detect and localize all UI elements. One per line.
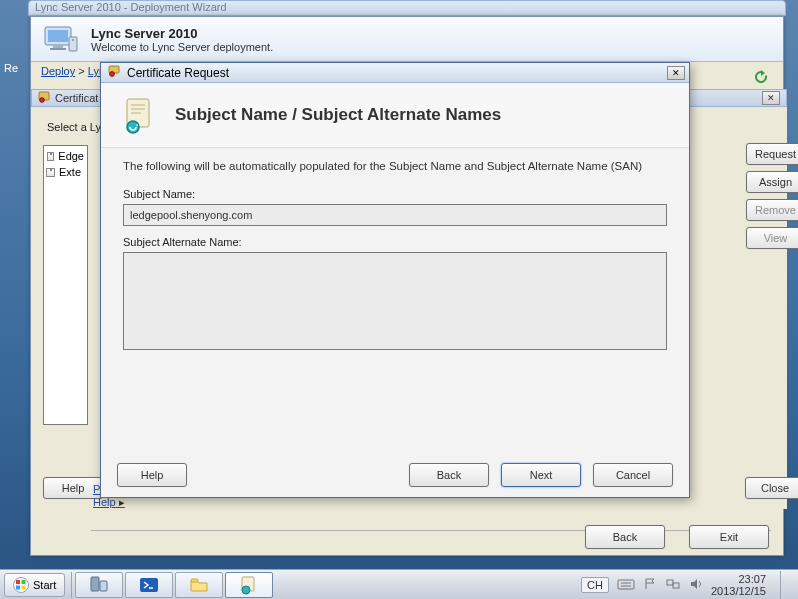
svg-rect-2 bbox=[53, 45, 63, 48]
svg-rect-1 bbox=[48, 30, 68, 42]
flag-icon[interactable] bbox=[643, 577, 657, 593]
assign-button[interactable]: Assign bbox=[746, 171, 798, 193]
svg-point-7 bbox=[40, 98, 45, 103]
deployment-header: Lync Server 2010 Welcome to Lync Server … bbox=[31, 17, 783, 62]
tree-row: ˅ Edge bbox=[44, 148, 87, 164]
windows-logo-icon bbox=[13, 577, 29, 593]
dialog-help-button[interactable]: Help bbox=[117, 463, 187, 487]
deployment-footer-buttons: Back Exit bbox=[585, 525, 769, 549]
svg-rect-18 bbox=[16, 585, 20, 589]
svg-rect-30 bbox=[673, 583, 679, 588]
dialog-footer: Help Back Next Cancel bbox=[117, 463, 673, 487]
svg-rect-23 bbox=[191, 579, 198, 582]
clock[interactable]: 23:07 2013/12/15 bbox=[711, 573, 766, 597]
san-listbox[interactable] bbox=[123, 252, 667, 350]
request-button[interactable]: Request bbox=[746, 143, 798, 165]
deployment-subtitle: Welcome to Lync Server deployment. bbox=[91, 41, 273, 53]
clock-date: 2013/12/15 bbox=[711, 585, 766, 597]
close-icon[interactable]: ✕ bbox=[667, 66, 685, 80]
view-button[interactable]: View bbox=[746, 227, 798, 249]
close-icon[interactable]: ✕ bbox=[762, 91, 780, 105]
tree-item-edge[interactable]: Edge bbox=[58, 150, 84, 162]
svg-rect-19 bbox=[22, 585, 26, 589]
start-button[interactable]: Start bbox=[4, 573, 65, 597]
svg-rect-29 bbox=[667, 580, 673, 585]
svg-point-9 bbox=[110, 72, 115, 77]
breadcrumb-separator: > bbox=[78, 65, 84, 77]
parent-window-titlebar: Lync Server 2010 - Deployment Wizard bbox=[28, 0, 786, 16]
subject-name-label: Subject Name: bbox=[123, 188, 667, 200]
dialog-titlebar[interactable]: Certificate Request ✕ bbox=[101, 63, 689, 83]
certificate-task-icon bbox=[238, 575, 260, 595]
back-button[interactable]: Back bbox=[585, 525, 665, 549]
parent-window-title: Lync Server 2010 - Deployment Wizard bbox=[35, 1, 227, 13]
monitor-server-icon bbox=[41, 23, 81, 55]
keyboard-icon[interactable] bbox=[617, 577, 635, 593]
dialog-info-text: The following will be automatically popu… bbox=[123, 160, 667, 172]
server-manager-icon bbox=[88, 575, 110, 595]
svg-point-14 bbox=[127, 121, 139, 133]
svg-rect-21 bbox=[100, 581, 107, 591]
svg-point-5 bbox=[72, 39, 74, 41]
start-label: Start bbox=[33, 579, 56, 591]
dialog-back-button[interactable]: Back bbox=[409, 463, 489, 487]
dialog-cancel-button[interactable]: Cancel bbox=[593, 463, 673, 487]
dialog-body: The following will be automatically popu… bbox=[101, 148, 689, 362]
show-desktop-button[interactable] bbox=[780, 571, 790, 599]
tree-item-exte[interactable]: Exte bbox=[59, 166, 81, 178]
taskbar-item-server-manager[interactable] bbox=[75, 572, 123, 598]
exit-button[interactable]: Exit bbox=[689, 525, 769, 549]
svg-point-15 bbox=[14, 577, 29, 592]
certificate-request-dialog: Certificate Request ✕ Subject Name / Sub… bbox=[100, 62, 690, 498]
dialog-icon bbox=[107, 64, 121, 81]
ime-indicator[interactable]: CH bbox=[581, 577, 609, 593]
taskbar-item-explorer[interactable] bbox=[175, 572, 223, 598]
certificate-big-icon bbox=[119, 95, 159, 135]
system-tray: CH 23:07 2013/12/15 bbox=[573, 571, 798, 599]
dialog-header: Subject Name / Subject Alternate Names bbox=[101, 83, 689, 148]
close-button[interactable]: Close bbox=[745, 477, 798, 499]
dialog-title: Certificate Request bbox=[127, 66, 229, 80]
deployment-title: Lync Server 2010 bbox=[91, 26, 273, 41]
background-text: Re bbox=[4, 62, 18, 74]
svg-rect-16 bbox=[16, 580, 20, 584]
volume-icon[interactable] bbox=[689, 577, 703, 593]
tree-row: ˅ Exte bbox=[44, 164, 87, 180]
san-label: Subject Alternate Name: bbox=[123, 236, 667, 248]
svg-rect-26 bbox=[618, 580, 634, 589]
svg-rect-17 bbox=[22, 580, 26, 584]
taskbar: Start CH bbox=[0, 569, 798, 599]
tree-collapse-icon[interactable]: ˅ bbox=[47, 152, 54, 161]
certificate-action-buttons: Request Assign Remove View bbox=[746, 143, 798, 249]
certificate-tree[interactable]: ˅ Edge ˅ Exte bbox=[43, 145, 88, 425]
tree-collapse-icon[interactable]: ˅ bbox=[46, 168, 55, 177]
folder-icon bbox=[188, 575, 210, 595]
taskbar-separator bbox=[71, 572, 72, 598]
remove-button[interactable]: Remove bbox=[746, 199, 798, 221]
subject-name-input[interactable] bbox=[123, 204, 667, 226]
svg-point-25 bbox=[242, 586, 250, 594]
certificate-icon bbox=[38, 91, 50, 105]
refresh-icon[interactable] bbox=[753, 69, 769, 87]
powershell-icon bbox=[138, 575, 160, 595]
breadcrumb-link-deploy[interactable]: Deploy bbox=[41, 65, 75, 77]
desktop: Lync Server 2010 - Deployment Wizard Re … bbox=[0, 0, 798, 599]
taskbar-item-powershell[interactable] bbox=[125, 572, 173, 598]
svg-rect-20 bbox=[91, 577, 99, 591]
clock-time: 23:07 bbox=[711, 573, 766, 585]
svg-rect-3 bbox=[50, 48, 66, 50]
certificate-window-title: Certificat bbox=[55, 92, 98, 104]
network-icon[interactable] bbox=[665, 577, 681, 593]
taskbar-item-lync-deployment[interactable] bbox=[225, 572, 273, 598]
dialog-heading: Subject Name / Subject Alternate Names bbox=[175, 105, 501, 125]
dialog-next-button[interactable]: Next bbox=[501, 463, 581, 487]
